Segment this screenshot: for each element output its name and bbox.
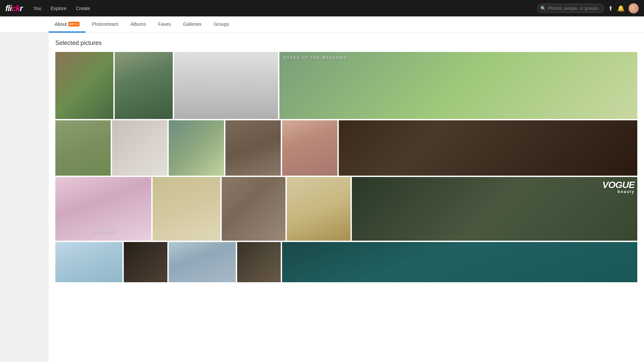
photo-item[interactable]: [124, 242, 167, 282]
subnav-groups[interactable]: Groups: [208, 16, 235, 33]
avatar[interactable]: [629, 3, 639, 13]
photo-item[interactable]: [55, 120, 111, 176]
photo-item[interactable]: [237, 242, 281, 282]
photo-item[interactable]: [169, 242, 236, 282]
nav-you[interactable]: You: [29, 4, 45, 13]
subnav-photostream[interactable]: Photostream: [86, 16, 124, 33]
nav-create[interactable]: Create: [72, 4, 94, 13]
photo-item[interactable]: [153, 177, 220, 241]
photo-row-4: [55, 242, 637, 282]
search-input[interactable]: [537, 4, 604, 13]
main-navbar: flickr You Explore Create 🔍 ⬆ 🔔: [0, 0, 644, 16]
vogue-beauty-label: beauty: [602, 190, 635, 194]
beta-badge: BETA: [68, 22, 80, 26]
photo-item[interactable]: cacharel: [55, 177, 151, 241]
cacharel-label: cacharel: [92, 229, 114, 234]
photo-item[interactable]: [282, 242, 637, 282]
subnav-faves[interactable]: Faves: [152, 16, 177, 33]
main-content: Selected pictures QUEEN OF THE MEADOWS c…: [49, 33, 644, 362]
photo-item[interactable]: [55, 242, 122, 282]
subnav-albums[interactable]: Albums: [124, 16, 152, 33]
photo-item[interactable]: [174, 52, 278, 119]
upload-icon[interactable]: ⬆: [608, 5, 613, 12]
photo-grid: QUEEN OF THE MEADOWS cacharel VOGUEbeaut…: [55, 52, 637, 282]
photo-item[interactable]: [339, 120, 637, 176]
subnav: About BETA Photostream Albums Faves Gall…: [0, 16, 644, 33]
sidebar: [0, 33, 49, 362]
photo-item[interactable]: QUEEN OF THE MEADOWS: [279, 52, 637, 119]
photo-item[interactable]: [225, 120, 281, 176]
photo-item[interactable]: [287, 177, 351, 241]
photo-item[interactable]: [282, 120, 337, 176]
notifications-icon[interactable]: 🔔: [617, 5, 625, 12]
vogue-label: VOGUEbeauty: [602, 180, 635, 194]
avatar-image: [629, 3, 639, 13]
photo-item[interactable]: [55, 52, 113, 119]
search-wrapper: 🔍: [537, 4, 604, 13]
queen-text: QUEEN OF THE MEADOWS: [283, 56, 347, 60]
navbar-right: 🔍 ⬆ 🔔: [537, 3, 639, 13]
photo-item[interactable]: VOGUEbeauty: [352, 177, 637, 241]
navbar-links: You Explore Create: [29, 4, 537, 13]
subnav-about[interactable]: About BETA: [49, 16, 86, 33]
photo-row-1: QUEEN OF THE MEADOWS: [55, 52, 637, 119]
section-title: Selected pictures: [55, 40, 637, 47]
photo-item[interactable]: [222, 177, 285, 241]
flickr-logo[interactable]: flickr: [5, 4, 22, 13]
subnav-galleries[interactable]: Galleries: [177, 16, 208, 33]
photo-item[interactable]: [115, 52, 173, 119]
photo-item[interactable]: [169, 120, 224, 176]
photo-row-2: [55, 120, 637, 176]
nav-explore[interactable]: Explore: [47, 4, 70, 13]
search-icon: 🔍: [540, 6, 546, 11]
photo-row-3: cacharel VOGUEbeauty: [55, 177, 637, 241]
photo-item[interactable]: [112, 120, 167, 176]
